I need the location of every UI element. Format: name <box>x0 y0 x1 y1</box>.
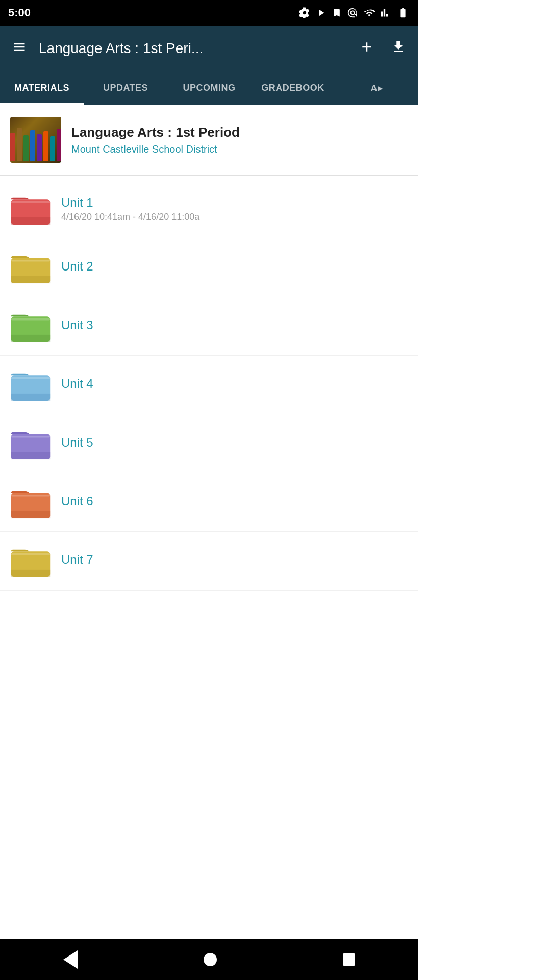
bottom-nav <box>0 939 418 980</box>
status-time: 5:00 <box>8 6 31 19</box>
svg-rect-14 <box>11 436 50 438</box>
menu-button[interactable] <box>8 36 31 62</box>
svg-rect-4 <box>11 276 50 283</box>
svg-rect-13 <box>11 452 50 459</box>
folder-icon <box>10 191 51 227</box>
at-icon <box>347 7 358 18</box>
unit-name: Unit 5 <box>61 435 408 450</box>
unit-name: Unit 6 <box>61 494 408 508</box>
unit-item[interactable]: Unit 3 <box>0 297 418 356</box>
svg-rect-1 <box>11 217 50 225</box>
svg-rect-10 <box>11 394 50 401</box>
unit-item[interactable]: Unit 5 <box>0 414 418 473</box>
svg-rect-11 <box>11 377 50 379</box>
folder-icon <box>10 426 51 461</box>
svg-rect-5 <box>11 260 50 262</box>
tab-bar: MATERIALS UPDATES UPCOMING GRADEBOOK A▸ <box>0 71 418 105</box>
unit-item[interactable]: Unit 1 4/16/20 10:41am - 4/16/20 11:00a <box>0 180 418 238</box>
unit-item[interactable]: Unit 4 <box>0 356 418 414</box>
tab-attendance[interactable]: A▸ <box>335 71 418 105</box>
svg-rect-8 <box>11 318 50 321</box>
unit-info: Unit 1 4/16/20 10:41am - 4/16/20 11:00a <box>61 195 408 223</box>
svg-rect-20 <box>11 553 50 555</box>
unit-item[interactable]: Unit 7 <box>0 532 418 591</box>
app-bar-title: Language Arts : 1st Peri... <box>39 40 347 57</box>
book-spines <box>10 125 61 161</box>
recent-button[interactable] <box>328 947 370 972</box>
course-header: Language Arts : 1st Period Mount Castlev… <box>0 105 418 176</box>
home-button[interactable] <box>188 947 232 972</box>
unit-info: Unit 2 <box>61 259 408 276</box>
folder-icon <box>10 367 51 403</box>
svg-rect-16 <box>11 511 50 518</box>
unit-info: Unit 3 <box>61 318 408 334</box>
unit-info: Unit 4 <box>61 377 408 393</box>
status-bar: 5:00 <box>0 0 418 26</box>
course-thumbnail <box>10 117 61 163</box>
folder-icon <box>10 250 51 285</box>
folder-icon <box>10 543 51 579</box>
add-button[interactable] <box>355 35 379 62</box>
settings-icon <box>299 7 310 18</box>
unit-name: Unit 2 <box>61 259 408 274</box>
unit-date: 4/16/20 10:41am - 4/16/20 11:00a <box>61 212 408 223</box>
unit-name: Unit 7 <box>61 553 408 567</box>
tab-upcoming[interactable]: UPCOMING <box>167 71 251 105</box>
folder-icon <box>10 308 51 344</box>
svg-rect-17 <box>11 495 50 497</box>
back-button[interactable] <box>48 944 93 975</box>
tab-updates[interactable]: UPDATES <box>84 71 167 105</box>
play-icon <box>315 7 327 18</box>
unit-name: Unit 1 <box>61 195 408 210</box>
course-school: Mount Castleville School District <box>71 143 408 155</box>
status-icons <box>299 7 410 18</box>
unit-name: Unit 4 <box>61 377 408 391</box>
download-button[interactable] <box>387 35 410 62</box>
signal-icon <box>381 7 391 18</box>
unit-name: Unit 3 <box>61 318 408 332</box>
battery-icon <box>396 7 410 18</box>
unit-info: Unit 6 <box>61 494 408 510</box>
folder-icon <box>10 484 51 520</box>
app-bar: Language Arts : 1st Peri... <box>0 26 418 71</box>
bookmark-icon <box>332 7 342 18</box>
svg-rect-19 <box>11 570 50 577</box>
svg-rect-2 <box>11 201 50 203</box>
app-bar-actions <box>355 35 410 62</box>
unit-info: Unit 7 <box>61 553 408 569</box>
tab-gradebook[interactable]: GRADEBOOK <box>251 71 335 105</box>
course-title: Language Arts : 1st Period <box>71 125 408 140</box>
tab-materials[interactable]: MATERIALS <box>0 71 84 105</box>
unit-item[interactable]: Unit 2 <box>0 238 418 297</box>
unit-info: Unit 5 <box>61 435 408 452</box>
unit-item[interactable]: Unit 6 <box>0 473 418 532</box>
course-info: Language Arts : 1st Period Mount Castlev… <box>71 125 408 155</box>
wifi-icon <box>363 7 375 18</box>
svg-rect-7 <box>11 335 50 342</box>
unit-list: Unit 1 4/16/20 10:41am - 4/16/20 11:00a … <box>0 176 418 595</box>
